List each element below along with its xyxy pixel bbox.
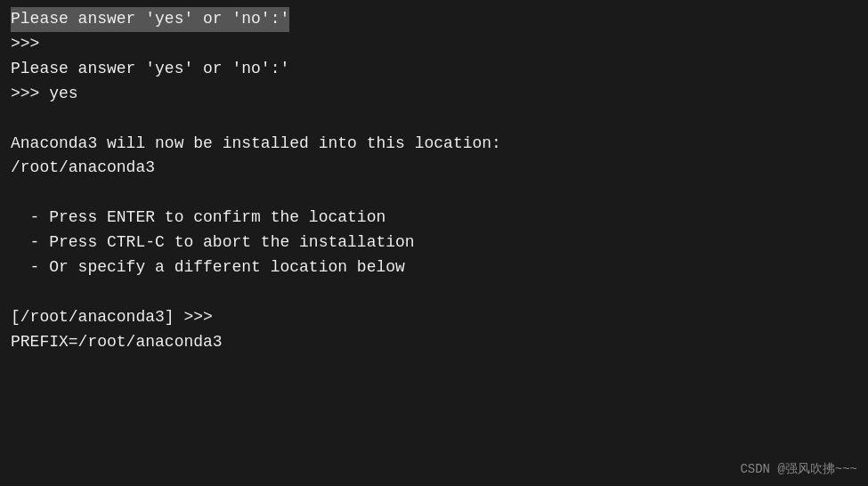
terminal-empty-line-1: [11, 107, 857, 132]
terminal-line-10: - Press CTRL-C to abort the installation: [11, 231, 857, 255]
terminal-line-3: Please answer 'yes' or 'no':': [11, 57, 857, 82]
terminal-line-2: >>>: [11, 32, 857, 57]
terminal-line-14: PREFIX=/root/anaconda3: [11, 330, 857, 355]
terminal-line-9: - Press ENTER to confirm the location: [11, 206, 857, 231]
terminal-line-13: [/root/anaconda3] >>>: [11, 305, 857, 330]
terminal-line-1: Please answer 'yes' or 'no':': [11, 7, 857, 32]
terminal-empty-line-2: [11, 181, 857, 206]
terminal-empty-line-3: [11, 280, 857, 305]
terminal-line-6: Anaconda3 will now be installed into thi…: [11, 132, 857, 157]
terminal-window: Please answer 'yes' or 'no':' >>> Please…: [0, 0, 868, 486]
terminal-line-4: >>> yes: [11, 82, 857, 107]
watermark: CSDN @强风吹拂~~~: [740, 461, 857, 477]
terminal-line-11: - Or specify a different location below: [11, 255, 857, 280]
terminal-line-7: /root/anaconda3: [11, 156, 857, 181]
